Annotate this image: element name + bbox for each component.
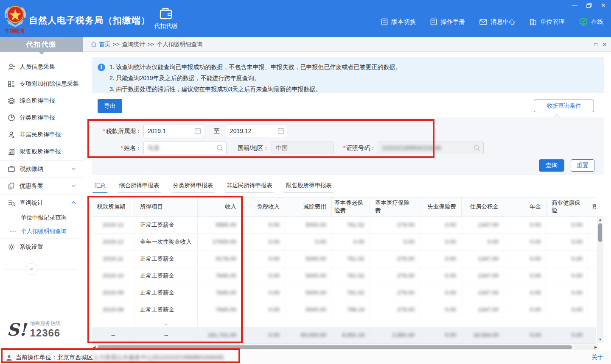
table-cell	[588, 301, 596, 318]
tab-comprehensive-income[interactable]: 综合所得申报表	[118, 180, 161, 193]
window-restore-button[interactable]	[585, 2, 593, 9]
table-cell: 0.00	[504, 284, 547, 301]
table-cell: 0.00	[504, 301, 547, 318]
calendar-icon[interactable]	[277, 128, 284, 134]
chevron-down-icon	[71, 184, 76, 187]
table-cell: 正常工资薪金	[135, 284, 198, 301]
window-minimize-button[interactable]: —	[570, 2, 579, 9]
table-cell: ..	[135, 318, 198, 327]
breadcrumb-home-label: 首页	[99, 41, 110, 48]
sidebar-item-classified-income[interactable]: 分类所得申报	[0, 109, 83, 126]
search-icon[interactable]	[474, 144, 481, 152]
table-cell: 0.00	[420, 284, 462, 301]
menu-unit-management[interactable]: 单位管理	[530, 18, 565, 26]
sidebar-item-preference-filing[interactable]: 优惠备案	[0, 177, 83, 194]
table-row[interactable]: 2019-10正常工资薪金7645.000.005000.00761.52279…	[92, 267, 596, 284]
results-table: 税款所属期 所得项目 收入 免税收入 减除费用 基本养老保险费 基本医疗保险费 …	[92, 197, 596, 344]
table-cell	[588, 217, 596, 233]
table-row[interactable]: 2019-12正常工资薪金9985.000.005000.00761.52279…	[92, 217, 596, 233]
sidebar-collapse-button[interactable]: «	[25, 263, 37, 275]
name-input[interactable]: 马某	[143, 142, 227, 154]
page-close-icon[interactable]: ✕	[603, 42, 607, 47]
sidebar-item-query-statistics[interactable]: 查询统计	[0, 194, 83, 211]
sidebar-item-restricted-stock[interactable]: 限售股所得申报	[0, 143, 83, 160]
menu-label: 消息中心	[490, 18, 515, 26]
menu-online-status[interactable]: 在线	[579, 18, 603, 26]
sidebar-item-label: 系统设置	[20, 243, 43, 251]
period-from-input[interactable]: 2019.1	[143, 125, 204, 137]
menu-version-switch[interactable]: 版本切换	[381, 18, 416, 26]
table-cell: 2019-11	[92, 250, 135, 267]
table-cell: 0.00	[242, 250, 285, 267]
notice-line-1: 1. 该查询统计表仅能查询已申报成功的数据，不包含未申报、申报失败，已申报但已作…	[109, 61, 597, 72]
reset-button[interactable]: 重置	[571, 159, 594, 172]
sidebar-item-personnel-info[interactable]: 人员信息采集	[0, 58, 83, 75]
tab-nonresident-income[interactable]: 非居民所得申报表	[225, 180, 274, 193]
copy-icon	[8, 182, 15, 190]
column-header: 商业健康保险	[547, 197, 588, 216]
sidebar-item-comprehensive-income[interactable]: 综合所得申报	[0, 92, 83, 109]
table-cell: 1347.00	[462, 284, 504, 301]
breadcrumb-home-link[interactable]: 首页	[91, 41, 110, 48]
table-cell: 0.00	[420, 233, 462, 250]
period-to-input[interactable]: 2019.12	[226, 125, 287, 137]
online-monitor-icon	[579, 18, 588, 26]
table-cell: 2019-10	[92, 267, 135, 284]
collapse-filters-button[interactable]: 收折查询条件	[534, 100, 594, 112]
table-cell: 0.00	[242, 301, 285, 318]
window-close-button[interactable]: ✕	[599, 2, 608, 9]
query-button[interactable]: 查询	[539, 159, 564, 172]
tab-summary[interactable]: 汇总	[92, 180, 107, 193]
table-cell: 0.00	[547, 284, 588, 301]
filter-panel: *税款所属期： 2019.1 至 2019.12 *姓名： 马某 国籍/地区： …	[92, 117, 604, 175]
menu-label: 单位管理	[540, 18, 565, 26]
table-cell: 正常工资薪金	[135, 217, 198, 233]
sidebar-item-nonresident-income[interactable]: 非居民所得申报	[0, 126, 83, 143]
vertical-scrollbar[interactable]: ▲ ▼	[597, 217, 603, 343]
horizontal-scroll-thumb[interactable]	[98, 345, 572, 349]
table-cell: 2019-08	[92, 301, 135, 318]
table-cell: 27500.00	[198, 233, 242, 250]
table-cell: --	[135, 327, 198, 343]
scroll-right-arrow-icon[interactable]: ▶	[593, 345, 598, 350]
table-cell: 1347.00	[462, 301, 504, 318]
search-icon[interactable]	[216, 144, 224, 152]
table-cell: 0.00	[420, 301, 462, 318]
sidebar-subitem-unit-declaration-query[interactable]: 单位申报记录查询	[0, 211, 83, 225]
table-cell: 161,741.00	[198, 327, 242, 343]
chevron-down-icon	[71, 167, 76, 170]
table-row[interactable]: 2019-12全年一次性奖金收入27500.000.000.000.000.00…	[92, 233, 596, 250]
export-button[interactable]: 导出	[98, 99, 122, 113]
nav-tab-daikoudaijiao[interactable]: 代扣代缴	[146, 7, 185, 34]
about-link[interactable]: 关于	[591, 354, 603, 361]
emblem-caption-svg: 中国税务	[5, 28, 26, 34]
table-cell: 1347.00	[462, 250, 504, 267]
table-cell: 279.00	[370, 217, 420, 233]
table-cell: 7645.00	[198, 267, 242, 284]
column-header: 基本养老保险费	[332, 197, 370, 216]
scroll-up-arrow-icon[interactable]: ▲	[597, 217, 603, 223]
table-row[interactable]: 2019-09正常工资薪金7645.000.005000.00761.52279…	[92, 284, 596, 301]
tab-classified-income[interactable]: 分类所得申报表	[171, 180, 215, 193]
scroll-down-arrow-icon[interactable]: ▼	[597, 337, 603, 343]
table-cell: 0.00	[285, 233, 332, 250]
sidebar-item-special-deduction[interactable]: 专项附加扣除信息采集	[0, 75, 83, 92]
period-to-word: 至	[210, 125, 220, 137]
breadcrumb-separator: >>	[148, 41, 154, 47]
vertical-scroll-thumb[interactable]	[598, 223, 602, 242]
menu-manual[interactable]: 操作手册	[430, 18, 465, 26]
hotline-logo: S! 纳税服务热线 12366	[7, 320, 60, 339]
sidebar-item-system-settings[interactable]: 系统设置	[0, 239, 83, 256]
table-cell	[588, 284, 596, 301]
table-row[interactable]: 2019-08正常工资薪金7645.000.005000.00798.24279…	[92, 301, 596, 318]
calendar-icon[interactable]	[194, 128, 201, 134]
menu-message-center[interactable]: 消息中心	[479, 18, 515, 26]
scroll-left-arrow-icon[interactable]: ◀	[92, 345, 97, 350]
page-restore-icon[interactable]: □	[594, 42, 597, 47]
tab-restricted-stock[interactable]: 限售股所得申报表	[284, 180, 334, 193]
horizontal-scrollbar[interactable]: ◀ ▶	[92, 345, 598, 350]
column-header: 减除费用	[285, 197, 332, 216]
sidebar-item-tax-payment[interactable]: 税款缴纳	[0, 160, 83, 177]
table-row[interactable]: 2019-11正常工资薪金9178.000.005000.00761.52279…	[92, 250, 596, 267]
sidebar-subitem-personal-withholding-query[interactable]: 个人扣缴明细查询	[0, 225, 83, 238]
